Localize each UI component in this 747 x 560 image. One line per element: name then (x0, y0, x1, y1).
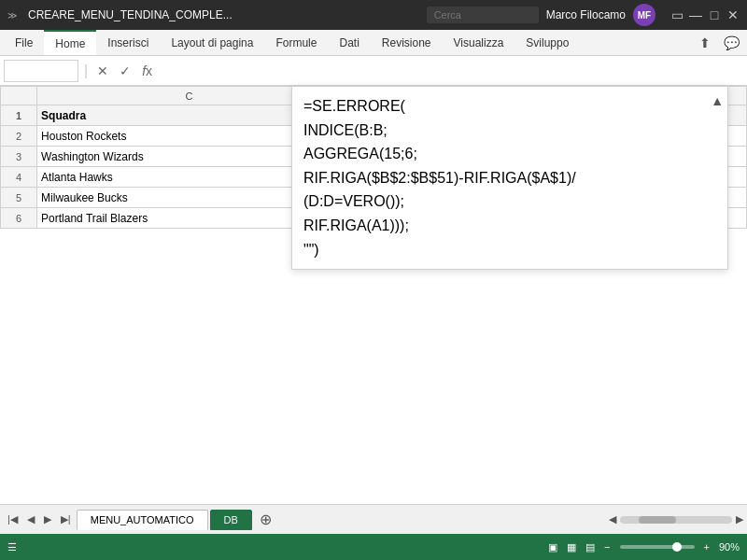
row-num-4[interactable]: 4 (1, 167, 37, 188)
tab-file[interactable]: File (4, 30, 44, 55)
window-title: CREARE_MENU_TENDINA_COMPLE... (28, 8, 419, 21)
window-controls: ▭ — □ ✕ (670, 8, 740, 21)
popup-scroll-icon[interactable]: ▲ (711, 91, 724, 111)
tab-layout[interactable]: Layout di pagina (160, 30, 264, 55)
restore-ribbon-btn[interactable]: ▭ (670, 8, 684, 21)
avatar: MF (633, 4, 655, 26)
scroll-left-btn[interactable]: ◀ (609, 513, 616, 525)
view-normal-btn[interactable]: ▣ (548, 541, 557, 553)
minimize-btn[interactable]: — (689, 8, 702, 21)
sheet-nav-last[interactable]: ▶| (57, 511, 75, 527)
search-input[interactable] (427, 7, 539, 23)
status-bar: ☰ ▣ ▦ ▤ − + 90% (0, 534, 747, 560)
zoom-thumb (672, 542, 682, 552)
status-icon[interactable]: ☰ (7, 541, 17, 553)
add-sheet-btn[interactable]: ⊕ (254, 511, 277, 528)
scrollbar-thumb (639, 516, 676, 524)
tab-inserisci[interactable]: Inserisci (96, 30, 160, 55)
tab-sviluppo[interactable]: Sviluppo (514, 30, 580, 55)
row-num-3[interactable]: 3 (1, 147, 37, 167)
sheet-tab-menu-automatico[interactable]: MENU_AUTOMATICO (77, 510, 208, 530)
row-num-2[interactable]: 2 (1, 126, 37, 147)
cancel-formula-btn[interactable]: ✕ (93, 62, 112, 80)
zoom-in-btn[interactable]: + (704, 541, 710, 553)
confirm-formula-btn[interactable]: ✓ (116, 62, 134, 80)
corner-cell (1, 87, 37, 105)
ribbon-tabs: File Home Inserisci Layout di pagina For… (0, 30, 747, 56)
status-bar-right: ▣ ▦ ▤ − + 90% (548, 541, 740, 553)
sheet-nav-prev[interactable]: ◀ (23, 511, 38, 527)
cell-reference[interactable]: E2 (4, 60, 78, 82)
row-num-1[interactable]: 1 (1, 105, 37, 126)
comment-btn[interactable]: 💬 (720, 34, 743, 52)
insert-formula-btn[interactable]: fx (138, 62, 156, 80)
formula-bar: E2 | ✕ ✓ fx =SE.ERRORE(INDICE(B:B;AGGREG… (0, 56, 747, 86)
formula-popup: =SE.ERRORE( INDICE(B:B; AGGREGA(15;6; RI… (291, 86, 728, 270)
app-icon: ≫ (7, 10, 17, 21)
user-name: Marco Filocamo (546, 8, 626, 21)
scroll-right-btn[interactable]: ▶ (736, 513, 743, 525)
close-btn[interactable]: ✕ (726, 8, 740, 21)
sheet-tab-db[interactable]: DB (210, 510, 252, 530)
row-num-6[interactable]: 6 (1, 208, 37, 229)
titlebar: ≫ CREARE_MENU_TENDINA_COMPLE... Marco Fi… (0, 0, 747, 30)
share-btn[interactable]: ⬆ (696, 34, 714, 52)
sheet-nav-next[interactable]: ▶ (40, 511, 55, 527)
formula-input[interactable]: =SE.ERRORE(INDICE(B:B;AGGREGA(15;6;RIF.R… (160, 62, 743, 79)
tab-dati[interactable]: Dati (328, 30, 370, 55)
tab-home[interactable]: Home (44, 30, 96, 55)
view-layout-btn[interactable]: ▦ (567, 541, 576, 553)
formula-divider: | (82, 63, 90, 79)
tab-revisione[interactable]: Revisione (371, 30, 443, 55)
formula-popup-content: =SE.ERRORE( INDICE(B:B; AGGREGA(15;6; RI… (303, 98, 576, 258)
sheet-nav-first[interactable]: |◀ (4, 511, 21, 527)
row-num-5[interactable]: 5 (1, 188, 37, 208)
view-break-btn[interactable]: ▤ (585, 541, 595, 553)
formula-buttons: ✕ ✓ fx (93, 62, 156, 80)
ribbon-right: ⬆ 💬 (696, 34, 743, 52)
zoom-slider[interactable] (620, 545, 695, 549)
tab-visualizza[interactable]: Visualizza (443, 30, 515, 55)
sheet-tabs-bar: |◀ ◀ ▶ ▶| MENU_AUTOMATICO DB ⊕ ◀ ▶ (0, 504, 747, 534)
maximize-btn[interactable]: □ (708, 8, 721, 21)
tab-formule[interactable]: Formule (264, 30, 328, 55)
zoom-out-btn[interactable]: − (604, 541, 610, 553)
sheet-tabs-right: ◀ ▶ (609, 513, 743, 525)
horizontal-scrollbar[interactable] (620, 516, 732, 524)
zoom-level: 90% (719, 541, 740, 553)
